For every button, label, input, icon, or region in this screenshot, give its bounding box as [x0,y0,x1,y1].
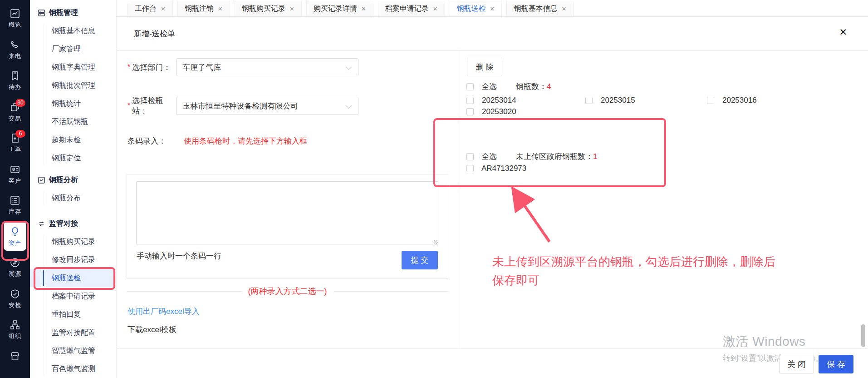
uploaded-select-all-checkbox[interactable] [466,83,474,90]
cylinder-number: 20253015 [601,96,635,105]
not-uploaded-select-all-checkbox[interactable] [466,153,474,160]
tab-label: 购买记录详情 [314,4,357,14]
cylinder-checkbox[interactable] [707,97,714,104]
menu-item-archive-application-records[interactable]: 档案申请记录 [30,287,116,305]
tab-close-icon[interactable]: ✕ [161,5,166,12]
rail-item-incoming-call[interactable]: 来电 [0,36,30,67]
rail-item-customer[interactable]: 客户 [0,160,30,192]
annotation-text: 未上传到区溯源平台的钢瓶，勾选后进行删除，删除后 保存即可 [492,253,775,290]
menu-section-label: 钢瓶管理 [49,8,78,18]
menu-item-cylinder-basic-info[interactable]: 钢瓶基本信息 [30,22,116,40]
menu-item-cylinder-purchase-records[interactable]: 钢瓶购买记录 [30,233,116,251]
cylinder-analysis-icon [38,176,45,184]
submit-button[interactable]: 提 交 [402,251,438,269]
cylinder-checkbox[interactable] [466,97,474,104]
store-icon [9,350,21,362]
required-mark: * [128,63,130,71]
tab-bar: 工作台 ✕ 钢瓶注销 ✕ 钢瓶购买记录 ✕ 购买记录详情 ✕ 档案申请记录 ✕ … [117,0,868,17]
trade-badge: 30 [15,99,25,107]
menu-item-retake-reply[interactable]: 重拍回复 [30,305,116,323]
rail-item-label: 库存 [9,208,21,216]
menu-section-cylinder-management[interactable]: 钢瓶管理 [30,4,116,22]
excel-template-link[interactable]: 下载excel模板 [128,324,177,335]
menu-item-cylinder-batch[interactable]: 钢瓶批次管理 [30,76,116,94]
rail-item-inventory[interactable]: 库存 [0,191,30,223]
scrollbar-thumb[interactable] [861,324,865,347]
tab-close-icon[interactable]: ✕ [218,5,223,12]
tab-workbench[interactable]: 工作台 ✕ [128,1,173,16]
menu-item-cylinder-distribution[interactable]: 钢瓶分布 [30,189,116,207]
rail-item-label: 组织 [9,332,21,340]
menu-item-smart-gas-regulation[interactable]: 智慧燃气监管 [30,342,116,360]
menu-item-cylinder-inspection[interactable]: 钢瓶送检 [30,269,116,287]
menu-item-baise-gas-monitoring[interactable]: 百色燃气监测 [30,360,116,378]
rail-item-overview[interactable]: 概览 [0,5,30,36]
rail-item-todo[interactable]: 待办 [0,67,30,98]
tab-cylinder-inspection[interactable]: 钢瓶送检 ✕ [450,1,502,16]
menu-item-modify-sync-records[interactable]: 修改同步记录 [30,251,116,269]
menu-item-regulatory-connection-config[interactable]: 监管对接配置 [30,323,116,342]
rail-item-trade[interactable]: 30 交易 [0,98,30,129]
tab-close-icon[interactable]: ✕ [561,5,566,12]
uploaded-cylinder-grid: 20253014 20253015 20253016 20253020 [466,94,843,117]
delete-button[interactable]: 删 除 [467,58,502,76]
department-select[interactable]: 车厘子气库 [176,58,358,76]
chevron-down-icon [346,64,352,70]
tab-close-icon[interactable]: ✕ [289,5,294,12]
rail-item-label: 安检 [9,301,21,309]
not-uploaded-select-all-row: 全选 未上传区政府钢瓶数： 1 [466,151,597,162]
rail-item-safety[interactable]: 安检 [0,285,30,316]
tab-cylinder-deregistration[interactable]: 钢瓶注销 ✕ [177,1,230,16]
close-button[interactable]: 关 闭 [779,355,814,373]
cylinder-checkbox[interactable] [466,108,474,115]
todo-icon [9,70,21,82]
tab-purchase-record-details[interactable]: 购买记录详情 ✕ [306,1,373,16]
textarea-resize-handle[interactable] [434,240,438,244]
cylinder-checkbox[interactable] [466,165,474,172]
overview-icon [9,8,21,20]
divider-line [127,291,242,292]
menu-item-inactive-cylinders[interactable]: 不活跃钢瓶 [30,113,116,131]
close-icon[interactable]: ✕ [839,27,847,38]
menu-item-cylinder-statistics[interactable]: 钢瓶统计 [30,94,116,113]
cylinder-count-value: 4 [547,82,551,91]
rail-item-label: 概览 [9,21,21,29]
tab-cylinder-purchase-records[interactable]: 钢瓶购买记录 ✕ [235,1,302,16]
cylinder-count-label: 钢瓶数： [516,81,547,92]
rail-item-trace[interactable]: 溯源 [0,254,30,285]
menu-section-regulatory-connection[interactable]: 监管对接 [30,214,116,233]
tab-archive-application-records[interactable]: 档案申请记录 ✕ [378,1,445,16]
rail-item-work-order[interactable]: 6 工单 [0,129,30,160]
select-all-label: 全选 [481,151,497,162]
cylinder-item: 20253015 [585,94,707,106]
tab-cylinder-basic-info[interactable]: 钢瓶基本信息 ✕ [506,1,574,16]
safety-icon [9,288,21,300]
entry-mode-divider: (两种录入方式二选一) [127,286,448,297]
inventory-icon [9,194,21,206]
station-select[interactable]: 玉林市恒呈特种设备检测有限公司 [176,97,358,115]
station-select-value: 玉林市恒呈特种设备检测有限公司 [182,101,298,111]
tab-close-icon[interactable]: ✕ [490,5,495,12]
menu-item-cylinder-location[interactable]: 钢瓶定位 [30,149,116,167]
main-area: 工作台 ✕ 钢瓶注销 ✕ 钢瓶购买记录 ✕ 购买记录详情 ✕ 档案申请记录 ✕ … [117,0,868,378]
barcode-textarea[interactable] [136,181,438,244]
rail-item-store[interactable] [0,347,30,378]
cylinder-checkbox[interactable] [585,97,593,104]
cylinder-number: 20253016 [722,96,757,105]
uploaded-select-all-row: 全选 钢瓶数： 4 [466,81,551,92]
save-button[interactable]: 保 存 [819,355,853,373]
rail-item-org[interactable]: 组织 [0,316,30,347]
tab-close-icon[interactable]: ✕ [361,5,366,12]
asset-icon [9,226,21,238]
cylinder-item: 20253020 [466,106,585,117]
excel-import-link[interactable]: 使用出厂码excel导入 [128,306,200,317]
tab-close-icon[interactable]: ✕ [433,5,438,12]
tab-label: 工作台 [135,4,157,14]
side-menu: 钢瓶管理 钢瓶基本信息 厂家管理 钢瓶字典管理 钢瓶批次管理 钢瓶统计 不活跃钢… [30,0,117,378]
menu-item-manufacturer-management[interactable]: 厂家管理 [30,40,116,58]
menu-item-cylinder-dictionary[interactable]: 钢瓶字典管理 [30,58,116,76]
menu-section-cylinder-analysis[interactable]: 钢瓶分析 [30,171,116,189]
rail-item-asset[interactable]: 资产 [0,223,30,254]
station-label: 选择检瓶站： [132,95,176,116]
menu-item-overdue-uninspected[interactable]: 超期未检 [30,131,116,149]
